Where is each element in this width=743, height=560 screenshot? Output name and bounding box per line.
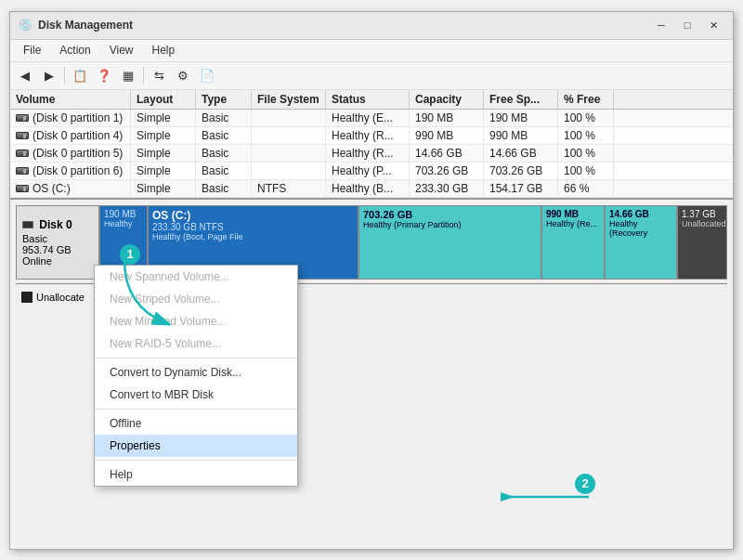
partition-3[interactable]: 990 MB Healthy (Re... <box>542 206 606 279</box>
main-content: Volume Layout Type File System Status Ca… <box>10 90 733 549</box>
disk-status: Online <box>22 255 93 267</box>
ctx-separator-2 <box>95 409 297 410</box>
cell-type-3: Basic <box>196 163 252 179</box>
cell-fs-2 <box>252 145 326 162</box>
cell-layout-3: Simple <box>131 163 196 179</box>
back-button[interactable]: ◀ <box>14 65 36 85</box>
cell-fs-3 <box>252 163 326 179</box>
settings-button[interactable]: ⚙ <box>172 65 194 85</box>
partition-4[interactable]: 14.66 GB Healthy (Recovery <box>606 206 678 279</box>
col-capacity: Capacity <box>410 90 484 109</box>
table-row[interactable]: (Disk 0 partition 6) Simple Basic Health… <box>10 163 733 180</box>
cell-volume-1: (Disk 0 partition 4) <box>10 127 131 144</box>
disk-view-button[interactable]: ▦ <box>117 65 139 85</box>
main-window: 💿 Disk Management ─ □ ✕ File Action View… <box>9 11 734 550</box>
cell-layout-1: Simple <box>131 127 196 144</box>
cell-volume-0: (Disk 0 partition 1) <box>10 110 131 126</box>
partition-2[interactable]: 703.26 GB Healthy (Primary Partition) <box>359 206 542 279</box>
unallocated-label: Unallocate <box>21 292 85 303</box>
help-toolbar-button[interactable]: ❓ <box>93 65 115 85</box>
unallocated-text: Unallocate <box>36 292 85 303</box>
maximize-button[interactable]: □ <box>675 16 699 34</box>
toolbar-separator-2 <box>143 67 144 84</box>
properties-button[interactable]: 📋 <box>69 65 91 85</box>
ctx-separator-1 <box>95 358 297 358</box>
cell-freesp-4: 154.17 GB <box>484 180 558 197</box>
refresh-button[interactable]: ⇆ <box>148 65 170 85</box>
close-button[interactable]: ✕ <box>701 16 725 34</box>
menu-view[interactable]: View <box>100 42 143 59</box>
cell-pctfree-0: 100 % <box>558 110 614 126</box>
cell-type-4: Basic <box>196 180 252 197</box>
menu-action[interactable]: Action <box>50 42 99 59</box>
cell-capacity-2: 14.66 GB <box>410 145 484 162</box>
ctx-new-raid5: New RAID-5 Volume... <box>95 332 297 355</box>
cell-volume-3: (Disk 0 partition 6) <box>10 163 131 179</box>
window-title: Disk Management <box>38 19 649 32</box>
cell-freesp-3: 703.26 GB <box>484 163 558 179</box>
cell-fs-1 <box>252 127 326 144</box>
cell-pctfree-2: 100 % <box>558 145 614 162</box>
forward-button[interactable]: ▶ <box>38 65 60 85</box>
cell-capacity-1: 990 MB <box>410 127 484 144</box>
col-volume: Volume <box>10 90 131 109</box>
disk-size: 953.74 GB <box>22 244 93 255</box>
cell-capacity-4: 233.30 GB <box>410 180 484 197</box>
minimize-button[interactable]: ─ <box>649 16 673 34</box>
cell-type-2: Basic <box>196 145 252 162</box>
menu-file[interactable]: File <box>14 42 50 59</box>
volume-table: Volume Layout Type File System Status Ca… <box>10 90 733 200</box>
app-icon: 💿 <box>18 18 33 33</box>
title-bar: 💿 Disk Management ─ □ ✕ <box>10 12 733 40</box>
table-row[interactable]: (Disk 0 partition 4) Simple Basic Health… <box>10 127 733 145</box>
cell-volume-2: (Disk 0 partition 5) <box>10 145 131 162</box>
ctx-help[interactable]: Help <box>95 463 297 486</box>
ctx-convert-mbr[interactable]: Convert to MBR Disk <box>95 384 297 406</box>
cell-type-1: Basic <box>196 127 252 144</box>
cell-volume-4: OS (C:) <box>10 180 131 197</box>
table-row[interactable]: OS (C:) Simple Basic NTFS Healthy (B... … <box>10 180 733 198</box>
col-freesp: Free Sp... <box>484 90 558 109</box>
menu-help[interactable]: Help <box>143 42 185 59</box>
cell-layout-0: Simple <box>131 110 196 126</box>
window-controls: ─ □ ✕ <box>649 16 725 34</box>
cell-freesp-1: 990 MB <box>484 127 558 144</box>
toolbar: ◀ ▶ 📋 ❓ ▦ ⇆ ⚙ 📄 <box>10 62 733 90</box>
cell-freesp-0: 190 MB <box>484 110 558 126</box>
col-type: Type <box>196 90 252 109</box>
cell-layout-4: Simple <box>131 180 196 197</box>
cell-pctfree-1: 100 % <box>558 127 614 144</box>
ctx-separator-3 <box>95 460 297 461</box>
cell-freesp-2: 14.66 GB <box>484 145 558 162</box>
cell-capacity-3: 703.26 GB <box>410 163 484 179</box>
unallocated-icon <box>21 292 33 303</box>
partition-5[interactable]: 1.37 GB Unallocated <box>678 206 726 279</box>
table-row[interactable]: (Disk 0 partition 5) Simple Basic Health… <box>10 145 733 163</box>
col-fs: File System <box>252 90 326 109</box>
disk-section: 1 Disk 0 Basic 953.74 GB <box>10 200 733 549</box>
export-button[interactable]: 📄 <box>196 65 218 85</box>
cell-pctfree-3: 100 % <box>558 163 614 179</box>
cell-status-3: Healthy (P... <box>326 163 410 179</box>
toolbar-separator-1 <box>64 67 65 84</box>
menu-bar: File Action View Help <box>10 40 733 62</box>
cell-fs-4: NTFS <box>252 180 326 197</box>
disk-type: Basic <box>22 233 93 244</box>
table-row[interactable]: (Disk 0 partition 1) Simple Basic Health… <box>10 110 733 127</box>
annotation-arrow-2 <box>501 483 593 511</box>
cell-layout-2: Simple <box>131 145 196 162</box>
table-header: Volume Layout Type File System Status Ca… <box>10 90 733 110</box>
ctx-properties[interactable]: Properties <box>95 435 297 457</box>
disk-name: Disk 0 <box>22 218 93 231</box>
annotation-arrow-1 <box>115 260 189 334</box>
col-pctfree: % Free <box>558 90 614 109</box>
cell-type-0: Basic <box>196 110 252 126</box>
cell-fs-0 <box>252 110 326 126</box>
ctx-offline[interactable]: Offline <box>95 412 297 435</box>
cell-status-4: Healthy (B... <box>326 180 410 197</box>
col-layout: Layout <box>131 90 196 109</box>
cell-pctfree-4: 66 % <box>558 180 614 197</box>
cell-capacity-0: 190 MB <box>410 110 484 126</box>
col-status: Status <box>326 90 410 109</box>
ctx-convert-dynamic[interactable]: Convert to Dynamic Disk... <box>95 361 297 384</box>
